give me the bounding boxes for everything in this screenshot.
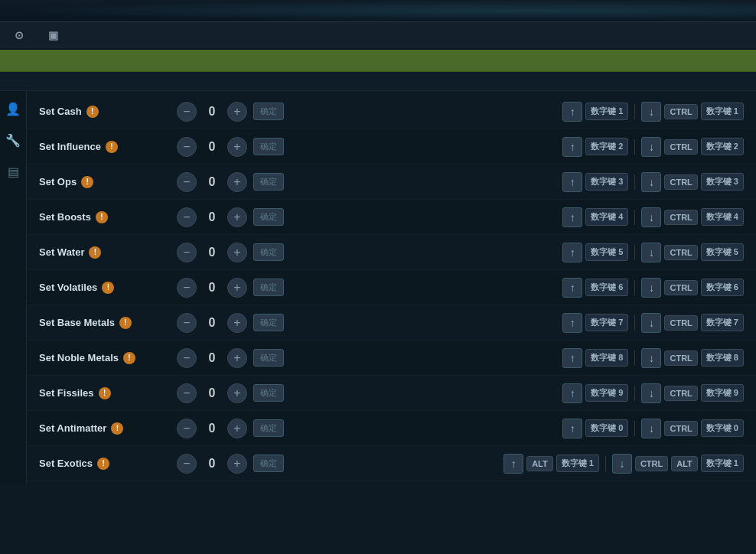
increment-button[interactable]: + xyxy=(227,172,247,192)
info-badge[interactable]: ! xyxy=(123,352,135,364)
decrement-button[interactable]: − xyxy=(177,454,197,474)
hotkey-ctrl-modifier: CTRL xyxy=(664,245,697,260)
confirm-button[interactable]: 确定 xyxy=(253,419,284,437)
confirm-button[interactable]: 确定 xyxy=(253,455,284,472)
hotkey-section: ↑ALT数字键 1↓CTRLALT数字键 1 xyxy=(503,454,744,474)
hotkey-down-arrow[interactable]: ↓ xyxy=(612,454,632,474)
confirm-button[interactable]: 确定 xyxy=(253,314,284,331)
hotkey-up-arrow[interactable]: ↑ xyxy=(562,102,582,122)
hotkey-up-key: 数字键 5 xyxy=(585,243,628,261)
hotkey-down-arrow[interactable]: ↓ xyxy=(641,137,661,157)
decrement-button[interactable]: − xyxy=(177,243,197,262)
hotkey-up-arrow[interactable]: ↑ xyxy=(562,313,582,333)
info-badge[interactable]: ! xyxy=(102,282,114,294)
confirm-button[interactable]: 确定 xyxy=(253,349,284,367)
decrement-button[interactable]: − xyxy=(177,383,197,403)
hotkey-up-arrow[interactable]: ↑ xyxy=(562,419,582,438)
hotkey-down-group: ↓CTRL数字键 6 xyxy=(641,278,744,298)
hotkey-up-arrow[interactable]: ↑ xyxy=(562,207,582,227)
hotkey-down-arrow[interactable]: ↓ xyxy=(641,207,661,227)
decrement-button[interactable]: − xyxy=(177,137,197,157)
user-icon[interactable]: 👤 xyxy=(2,99,24,119)
confirm-button[interactable]: 确定 xyxy=(253,279,284,296)
increment-button[interactable]: + xyxy=(227,454,247,474)
info-badge[interactable]: ! xyxy=(106,141,118,153)
hotkey-up-arrow[interactable]: ↑ xyxy=(562,172,582,192)
hotkey-up-arrow[interactable]: ↑ xyxy=(562,278,582,298)
increment-button[interactable]: + xyxy=(227,383,247,403)
expand-section[interactable] xyxy=(0,72,756,91)
hotkey-down-key: 数字键 2 xyxy=(701,138,744,155)
hotkey-up-arrow[interactable]: ↑ xyxy=(562,243,582,262)
increment-button[interactable]: + xyxy=(227,313,247,333)
confirm-button[interactable]: 确定 xyxy=(253,384,284,402)
increment-button[interactable]: + xyxy=(227,243,247,262)
increment-button[interactable]: + xyxy=(227,348,247,368)
hotkey-down-arrow[interactable]: ↓ xyxy=(641,348,661,368)
cheat-row: Set Boosts!−0+确定↑数字键 4↓CTRL数字键 4 xyxy=(27,200,756,235)
increment-button[interactable]: + xyxy=(227,278,247,298)
confirm-button[interactable]: 确定 xyxy=(253,173,284,191)
hotkey-down-arrow[interactable]: ↓ xyxy=(641,278,661,298)
cheat-name: Set Boosts! xyxy=(39,211,177,223)
decrement-button[interactable]: − xyxy=(177,172,197,192)
hotkey-up-arrow[interactable]: ↑ xyxy=(562,137,582,157)
hotkey-down-arrow[interactable]: ↓ xyxy=(641,383,661,403)
info-badge[interactable]: ! xyxy=(97,458,109,470)
decrement-button[interactable]: − xyxy=(177,207,197,227)
hotkey-down-group: ↓CTRL数字键 8 xyxy=(641,348,744,368)
cheat-controls: −0+确定 xyxy=(177,419,284,438)
decrement-button[interactable]: − xyxy=(177,348,197,368)
cheat-value: 0 xyxy=(203,281,221,295)
decrement-button[interactable]: − xyxy=(177,102,197,122)
hotkey-up-key: 数字键 7 xyxy=(585,314,628,331)
hotkey-divider xyxy=(634,315,635,331)
hotkey-up-group: ↑数字键 6 xyxy=(562,278,628,298)
platform-gog[interactable]: ▣ xyxy=(46,28,64,42)
info-badge[interactable]: ! xyxy=(81,176,93,188)
cheat-row: Set Antimatter!−0+确定↑数字键 0↓CTRL数字键 0 xyxy=(27,411,756,446)
info-badge[interactable]: ! xyxy=(111,422,123,435)
cheat-value: 0 xyxy=(203,316,221,330)
hotkey-up-arrow[interactable]: ↑ xyxy=(562,383,582,403)
info-badge[interactable]: ! xyxy=(89,246,101,259)
platform-steam[interactable]: ⊙ xyxy=(12,28,31,42)
increment-button[interactable]: + xyxy=(227,207,247,227)
increment-button[interactable]: + xyxy=(227,102,247,122)
confirm-button[interactable]: 确定 xyxy=(253,138,284,155)
wrench-icon[interactable]: 🔧 xyxy=(2,130,24,151)
confirm-button[interactable]: 确定 xyxy=(253,243,284,261)
decrement-button[interactable]: − xyxy=(177,313,197,333)
decrement-button[interactable]: − xyxy=(177,278,197,298)
hotkey-down-arrow[interactable]: ↓ xyxy=(641,102,661,122)
hotkey-down-group: ↓CTRL数字键 5 xyxy=(641,243,744,262)
hotkey-up-arrow[interactable]: ↑ xyxy=(503,454,523,474)
confirm-button[interactable]: 确定 xyxy=(253,208,284,226)
increment-button[interactable]: + xyxy=(227,137,247,157)
hotkey-up-group: ↑数字键 1 xyxy=(562,102,628,122)
cheat-value: 0 xyxy=(203,140,221,154)
hotkey-section: ↑数字键 2↓CTRL数字键 2 xyxy=(562,137,744,157)
increment-button[interactable]: + xyxy=(227,419,247,438)
gog-icon: ▣ xyxy=(46,28,60,42)
hotkey-down-arrow[interactable]: ↓ xyxy=(641,172,661,192)
cheat-value: 0 xyxy=(203,105,221,119)
decrement-button[interactable]: − xyxy=(177,419,197,438)
cheat-label: Set Volatiles xyxy=(39,282,97,293)
info-badge[interactable]: ! xyxy=(99,387,111,399)
info-badge[interactable]: ! xyxy=(96,211,108,223)
cheat-row: Set Cash!−0+确定↑数字键 1↓CTRL数字键 1 xyxy=(27,94,756,129)
steam-icon: ⊙ xyxy=(12,28,26,42)
hotkey-down-arrow[interactable]: ↓ xyxy=(641,243,661,262)
hotkey-down-arrow[interactable]: ↓ xyxy=(641,313,661,333)
info-badge[interactable]: ! xyxy=(86,106,99,118)
main-content: 👤 🔧 ▤ Set Cash!−0+确定↑数字键 1↓CTRL数字键 1Set … xyxy=(0,91,756,484)
list-icon[interactable]: ▤ xyxy=(5,161,22,182)
hotkey-down-key: 数字键 6 xyxy=(701,279,744,296)
confirm-button[interactable]: 确定 xyxy=(253,103,284,120)
hotkey-ctrl-modifier: CTRL xyxy=(664,350,697,366)
hotkey-down-arrow[interactable]: ↓ xyxy=(641,419,661,438)
hotkey-up-arrow[interactable]: ↑ xyxy=(562,348,582,368)
info-badge[interactable]: ! xyxy=(119,317,132,329)
hotkey-section: ↑数字键 4↓CTRL数字键 4 xyxy=(562,207,744,227)
